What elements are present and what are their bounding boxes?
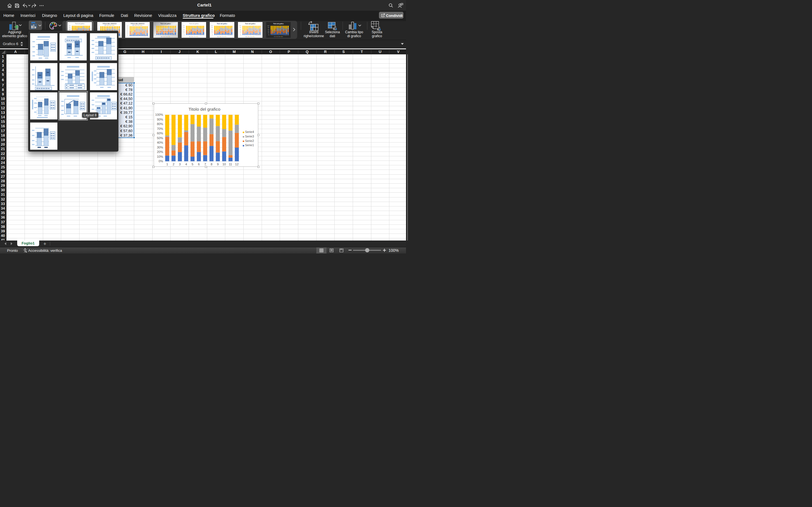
svg-text:0%: 0% xyxy=(158,159,163,163)
svg-text:10%: 10% xyxy=(157,155,163,158)
svg-text:11: 11 xyxy=(258,35,259,36)
svg-text:100%: 100% xyxy=(239,25,241,26)
svg-text:Titolo del grafico: Titolo del grafico xyxy=(188,107,220,112)
svg-text:60%: 60% xyxy=(126,30,128,31)
svg-text:6: 6 xyxy=(198,163,200,166)
svg-text:30%: 30% xyxy=(157,146,163,149)
svg-text:20%: 20% xyxy=(239,33,241,34)
svg-text:40%: 40% xyxy=(267,31,269,32)
svg-text:60%: 60% xyxy=(239,29,241,30)
svg-text:0%: 0% xyxy=(268,34,269,35)
svg-text:11: 11 xyxy=(229,163,232,166)
svg-text:9: 9 xyxy=(217,163,218,166)
svg-text:100%: 100% xyxy=(126,25,129,27)
svg-text:20%: 20% xyxy=(183,33,185,34)
svg-text:Titolo del grafico: Titolo del grafico xyxy=(160,23,171,24)
svg-text:100%: 100% xyxy=(183,25,185,26)
svg-text:10: 10 xyxy=(144,36,145,37)
svg-text:60%: 60% xyxy=(211,29,213,30)
svg-text:10: 10 xyxy=(229,35,230,36)
svg-text:12: 12 xyxy=(119,36,120,37)
svg-text:50%: 50% xyxy=(157,136,163,140)
svg-text:Serie1: Serie1 xyxy=(245,144,254,147)
svg-text:80%: 80% xyxy=(126,27,128,29)
svg-text:100%: 100% xyxy=(211,25,213,26)
svg-text:Serie2: Serie2 xyxy=(245,139,254,143)
svg-text:Titolo del grafico: Titolo del grafico xyxy=(189,23,199,24)
svg-text:0%: 0% xyxy=(212,34,213,35)
svg-text:2: 2 xyxy=(172,163,174,166)
svg-text:20%: 20% xyxy=(211,33,213,34)
svg-text:12: 12 xyxy=(260,35,261,36)
svg-text:10: 10 xyxy=(257,35,258,36)
svg-text:11: 11 xyxy=(230,35,231,36)
svg-text:60%: 60% xyxy=(183,29,185,30)
svg-text:0%: 0% xyxy=(127,35,129,36)
svg-text:7: 7 xyxy=(204,163,206,166)
svg-text:Titolo del grafico: Titolo del grafico xyxy=(245,23,255,24)
svg-text:80%: 80% xyxy=(183,27,185,28)
svg-text:10: 10 xyxy=(172,35,173,36)
svg-text:60%: 60% xyxy=(157,131,163,135)
svg-text:11: 11 xyxy=(145,36,146,37)
svg-text:40%: 40% xyxy=(183,31,185,32)
svg-text:11: 11 xyxy=(173,35,174,36)
svg-text:12: 12 xyxy=(203,35,204,36)
svg-text:TITOLO DEL GRAFICO: TITOLO DEL GRAFICO xyxy=(102,23,116,24)
svg-text:10: 10 xyxy=(222,163,225,166)
svg-text:12: 12 xyxy=(235,163,238,166)
svg-text:Titolo del grafico: Titolo del grafico xyxy=(273,23,284,24)
svg-text:80%: 80% xyxy=(267,27,269,28)
svg-text:70%: 70% xyxy=(157,127,163,130)
svg-text:11: 11 xyxy=(286,35,287,36)
svg-text:12: 12 xyxy=(147,36,148,37)
svg-text:Serie3: Serie3 xyxy=(245,135,254,138)
svg-text:20%: 20% xyxy=(126,33,128,34)
svg-text:80%: 80% xyxy=(211,27,213,28)
svg-text:40%: 40% xyxy=(126,31,128,33)
svg-text:5: 5 xyxy=(192,163,193,166)
svg-text:40%: 40% xyxy=(211,31,213,32)
svg-text:100%: 100% xyxy=(267,25,269,26)
svg-text:Serie4: Serie4 xyxy=(245,130,254,133)
svg-text:0%: 0% xyxy=(184,34,185,35)
svg-text:Titolo del grafico: Titolo del grafico xyxy=(217,23,227,24)
svg-text:12: 12 xyxy=(232,35,233,36)
svg-text:90%: 90% xyxy=(157,118,163,121)
svg-text:12: 12 xyxy=(175,35,176,36)
svg-text:TITOLO DEL GRAFICO: TITOLO DEL GRAFICO xyxy=(131,23,145,24)
svg-text:20%: 20% xyxy=(267,33,269,34)
svg-text:1: 1 xyxy=(166,163,168,166)
svg-text:3: 3 xyxy=(179,163,181,166)
svg-text:0%: 0% xyxy=(240,34,241,35)
svg-text:100%: 100% xyxy=(155,113,163,116)
svg-text:40%: 40% xyxy=(239,31,241,32)
svg-text:40%: 40% xyxy=(157,141,163,144)
svg-text:20%: 20% xyxy=(157,150,163,154)
svg-text:10: 10 xyxy=(200,35,201,36)
svg-text:80%: 80% xyxy=(157,122,163,126)
svg-text:11: 11 xyxy=(202,35,202,36)
svg-text:8: 8 xyxy=(211,163,212,166)
svg-text:80%: 80% xyxy=(239,27,241,28)
svg-text:60%: 60% xyxy=(267,29,269,30)
svg-text:10: 10 xyxy=(285,35,286,36)
svg-text:4: 4 xyxy=(185,163,187,166)
svg-text:12: 12 xyxy=(288,35,289,36)
